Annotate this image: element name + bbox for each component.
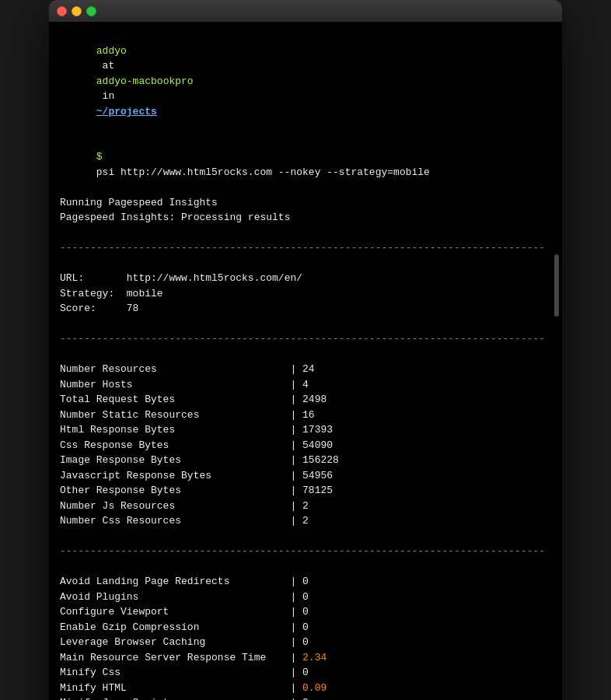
- stat-pipe: |: [290, 500, 302, 512]
- stats-container: Number Resources | 24Number Hosts | 4Tot…: [60, 362, 551, 529]
- stat-row-10: Number Css Resources | 2: [60, 513, 551, 529]
- rule-pipe: |: [290, 682, 302, 694]
- blank-2: [60, 256, 551, 271]
- window-controls[interactable]: [57, 6, 96, 16]
- stat-row-7: Javascript Response Bytes | 54956: [60, 468, 551, 484]
- rule-value: 0: [302, 636, 309, 648]
- prompt-user: addyo: [96, 45, 127, 57]
- blank-6: [60, 559, 551, 575]
- prompt-in: in: [96, 90, 120, 102]
- stat-pipe: |: [290, 454, 302, 466]
- rule-row-6: Minify Css | 0: [60, 665, 551, 681]
- close-button[interactable]: [57, 6, 67, 16]
- stat-row-2: Total Request Bytes | 2498: [60, 392, 551, 408]
- stat-row-5: Css Response Bytes | 54090: [60, 438, 551, 453]
- maximize-button[interactable]: [86, 6, 96, 16]
- blank-1: [60, 226, 551, 241]
- rule-value: 0: [302, 606, 309, 618]
- rule-row-7: Minify HTML | 0.09: [60, 681, 551, 696]
- rule-label: Minify HTML: [60, 682, 290, 694]
- rule-row-4: Leverage Browser Caching | 0: [60, 635, 551, 650]
- stat-value: 2: [302, 515, 309, 527]
- command-text: psi http://www.html5rocks.com --nokey --…: [96, 166, 430, 178]
- divider-2: ----------------------------------------…: [60, 331, 551, 347]
- stat-pipe: |: [290, 424, 302, 436]
- stat-pipe: |: [290, 394, 302, 405]
- rule-pipe: |: [290, 667, 302, 678]
- prompt-host: addyo-macbookpro: [96, 75, 194, 87]
- stat-value: 156228: [302, 454, 339, 466]
- prompt-line: addyo at addyo-macbookpro in ~/projects: [60, 28, 551, 135]
- prompt-dollar: $: [96, 151, 109, 163]
- rule-pipe: |: [290, 697, 302, 700]
- rule-label: Enable Gzip Compression: [60, 621, 290, 633]
- divider-1: ----------------------------------------…: [60, 240, 551, 256]
- blank-4: [60, 347, 551, 362]
- stat-label: Number Resources: [60, 363, 290, 375]
- rule-value: 0: [302, 621, 309, 633]
- prompt-at: at: [96, 60, 120, 72]
- rule-row-1: Avoid Plugins | 0: [60, 590, 551, 605]
- scrollbar[interactable]: [554, 254, 559, 317]
- output-line-2: Pagespeed Insights: Processing results: [60, 210, 551, 226]
- rule-pipe: |: [290, 636, 302, 648]
- stat-pipe: |: [290, 470, 302, 481]
- prompt-dir: ~/projects: [96, 106, 157, 117]
- command-line: $ psi http://www.html5rocks.com --nokey …: [60, 135, 551, 195]
- rule-pipe: |: [290, 591, 302, 603]
- stat-value: 78125: [302, 485, 333, 496]
- rule-value: 0: [302, 697, 309, 700]
- stat-row-1: Number Hosts | 4: [60, 377, 551, 393]
- rule-label: Leverage Browser Caching: [60, 636, 290, 648]
- rule-label: Avoid Plugins: [60, 591, 290, 603]
- rule-value: 0: [302, 576, 309, 587]
- stat-pipe: |: [290, 363, 302, 375]
- rule-row-8: Minify Java Script | 0: [60, 695, 551, 700]
- rule-pipe: |: [290, 576, 302, 587]
- titlebar: [49, 0, 562, 22]
- rule-label: Main Resource Server Response Time: [60, 652, 290, 663]
- stat-value: 4: [302, 379, 309, 390]
- stat-pipe: |: [290, 485, 302, 496]
- stat-pipe: |: [290, 379, 302, 390]
- stat-label: Image Response Bytes: [60, 454, 290, 466]
- stat-value: 24: [302, 363, 315, 375]
- terminal-body: addyo at addyo-macbookpro in ~/projects …: [49, 22, 562, 700]
- stat-value: 2: [302, 500, 309, 512]
- stat-label: Total Request Bytes: [60, 394, 290, 405]
- score-line: Score: 78: [60, 301, 551, 317]
- rule-row-2: Configure Viewport | 0: [60, 604, 551, 620]
- rule-pipe: |: [290, 606, 302, 618]
- rule-label: Configure Viewport: [60, 606, 290, 618]
- rules-container: Avoid Landing Page Redirects | 0Avoid Pl…: [60, 574, 551, 700]
- stat-value: 16: [302, 409, 315, 421]
- stat-row-6: Image Response Bytes | 156228: [60, 453, 551, 468]
- stat-label: Other Response Bytes: [60, 485, 290, 496]
- rule-value: 0: [302, 591, 309, 603]
- stat-label: Number Css Resources: [60, 515, 290, 527]
- blank-5: [60, 529, 551, 544]
- rule-row-5: Main Resource Server Response Time | 2.3…: [60, 650, 551, 666]
- rule-value: 0: [302, 667, 309, 678]
- stat-label: Css Response Bytes: [60, 439, 290, 451]
- url-line: URL: http://www.html5rocks.com/en/: [60, 271, 551, 286]
- stat-row-4: Html Response Bytes | 17393: [60, 422, 551, 438]
- stat-value: 17393: [302, 424, 333, 436]
- stat-pipe: |: [290, 515, 302, 527]
- rule-row-3: Enable Gzip Compression | 0: [60, 620, 551, 635]
- stat-label: Number Js Resources: [60, 500, 290, 512]
- rule-label: Minify Css: [60, 667, 290, 678]
- stat-row-8: Other Response Bytes | 78125: [60, 483, 551, 499]
- minimize-button[interactable]: [72, 6, 82, 16]
- stat-value: 2498: [302, 394, 326, 405]
- rule-value: 2.34: [302, 652, 326, 663]
- rule-row-0: Avoid Landing Page Redirects | 0: [60, 574, 551, 590]
- rule-label: Minify Java Script: [60, 697, 290, 700]
- stat-row-0: Number Resources | 24: [60, 362, 551, 377]
- stat-pipe: |: [290, 409, 302, 421]
- stat-row-9: Number Js Resources | 2: [60, 499, 551, 514]
- terminal-window: addyo at addyo-macbookpro in ~/projects …: [49, 0, 562, 700]
- strategy-line: Strategy: mobile: [60, 286, 551, 302]
- output-line-1: Running Pagespeed Insights: [60, 195, 551, 211]
- stat-pipe: |: [290, 439, 302, 451]
